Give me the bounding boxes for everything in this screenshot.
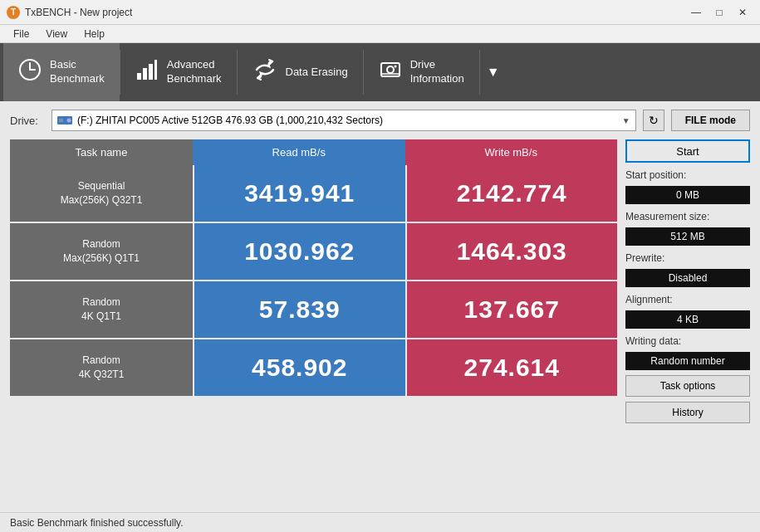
status-bar: Basic Benchmark finished successfully. <box>0 512 760 532</box>
benchmark-table: Task name Read mB/s Write mB/s Sequentia… <box>10 139 617 398</box>
title-bar: T TxBENCH - New project — □ ✕ <box>0 0 760 25</box>
toolbar-drive-information[interactable]: DriveInformation <box>364 43 479 101</box>
table-row: Random4K Q1T157.839137.667 <box>10 281 617 339</box>
cell-read-0: 3419.941 <box>193 165 405 223</box>
minimize-button[interactable]: — <box>685 4 707 21</box>
start-position-label: Start position: <box>625 169 750 181</box>
toolbar-basic-benchmark[interactable]: BasicBenchmark <box>3 43 120 101</box>
measurement-size-value: 512 MB <box>625 227 750 246</box>
menu-view[interactable]: View <box>39 27 74 41</box>
cell-read-1: 1030.962 <box>193 223 405 281</box>
right-panel: Start Start position: 0 MB Measurement s… <box>625 139 750 423</box>
drive-refresh-button[interactable]: ↻ <box>643 110 664 131</box>
col-header-read: Read mB/s <box>193 139 405 165</box>
menu-file[interactable]: File <box>7 27 36 41</box>
cell-write-1: 1464.303 <box>405 223 618 281</box>
prewrite-label: Prewrite: <box>625 252 750 264</box>
toolbar-data-erasing[interactable]: Data Erasing <box>238 43 363 101</box>
window-controls: — □ ✕ <box>685 4 753 21</box>
start-position-value: 0 MB <box>625 186 750 204</box>
drive-information-icon <box>379 58 402 86</box>
svg-rect-2 <box>143 68 147 80</box>
history-button[interactable]: History <box>625 402 750 423</box>
window-title: TxBENCH - New project <box>25 7 132 18</box>
basic-benchmark-label: BasicBenchmark <box>50 58 105 86</box>
toolbar-dropdown[interactable]: ▼ <box>480 43 507 101</box>
table-row: SequentialMax(256K) Q32T13419.9412142.77… <box>10 165 617 223</box>
svg-point-6 <box>387 66 394 73</box>
file-mode-button[interactable]: FILE mode <box>671 110 750 131</box>
app-icon: T <box>7 6 20 19</box>
data-erasing-label: Data Erasing <box>286 66 348 80</box>
cell-task-2: Random4K Q1T1 <box>10 281 193 339</box>
svg-rect-1 <box>137 73 141 80</box>
measurement-size-label: Measurement size: <box>625 211 750 222</box>
col-header-task: Task name <box>10 139 193 165</box>
toolbar-advanced-benchmark[interactable]: AdvancedBenchmark <box>120 43 237 101</box>
close-button[interactable]: ✕ <box>732 4 753 21</box>
table-row: Random4K Q32T1458.902274.614 <box>10 339 617 398</box>
start-button[interactable]: Start <box>625 139 750 163</box>
drive-select-text: (F:) ZHITAI PC005 Active 512GB 476.93 GB… <box>77 115 383 126</box>
svg-point-10 <box>67 119 71 123</box>
alignment-value: 4 KB <box>625 310 750 329</box>
prewrite-value: Disabled <box>625 269 750 287</box>
menu-bar: File View Help <box>0 25 760 43</box>
advanced-benchmark-label: AdvancedBenchmark <box>167 58 222 86</box>
content-layout: Task name Read mB/s Write mB/s Sequentia… <box>10 139 750 423</box>
col-header-write: Write mB/s <box>405 139 618 165</box>
cell-read-3: 458.902 <box>193 339 405 398</box>
cell-write-2: 137.667 <box>405 281 618 339</box>
task-options-button[interactable]: Task options <box>625 375 750 397</box>
toolbar: BasicBenchmark AdvancedBenchmark Data Er… <box>0 43 760 101</box>
writing-data-value: Random number <box>625 352 750 370</box>
cell-task-1: RandomMax(256K) Q1T1 <box>10 223 193 281</box>
cell-task-3: Random4K Q32T1 <box>10 339 193 398</box>
table-row: RandomMax(256K) Q1T11030.9621464.303 <box>10 223 617 281</box>
basic-benchmark-icon <box>18 58 42 86</box>
cell-read-2: 57.839 <box>193 281 405 339</box>
drive-select-icon <box>57 115 72 126</box>
drive-row: Drive: (F:) ZHITAI PC005 Active 512GB 47… <box>10 110 750 131</box>
data-erasing-icon <box>253 58 277 86</box>
drive-information-label: DriveInformation <box>410 58 464 86</box>
alignment-label: Alignment: <box>625 294 750 305</box>
drive-select[interactable]: (F:) ZHITAI PC005 Active 512GB 476.93 GB… <box>51 110 636 131</box>
svg-rect-4 <box>154 60 157 80</box>
writing-data-label: Writing data: <box>625 335 750 347</box>
main-area: Drive: (F:) ZHITAI PC005 Active 512GB 47… <box>0 101 760 512</box>
cell-write-0: 2142.774 <box>405 165 618 223</box>
drive-label: Drive: <box>10 115 45 127</box>
svg-rect-11 <box>59 119 63 122</box>
benchmark-table-panel: Task name Read mB/s Write mB/s Sequentia… <box>10 139 617 423</box>
maximize-button[interactable]: □ <box>709 4 730 21</box>
drive-dropdown-arrow: ▼ <box>622 116 630 125</box>
cell-task-0: SequentialMax(256K) Q32T1 <box>10 165 193 223</box>
status-text: Basic Benchmark finished successfully. <box>10 517 184 529</box>
advanced-benchmark-icon <box>135 58 159 86</box>
cell-write-3: 274.614 <box>405 339 618 398</box>
menu-help[interactable]: Help <box>77 27 111 41</box>
svg-point-7 <box>394 66 396 68</box>
svg-rect-3 <box>149 64 153 80</box>
